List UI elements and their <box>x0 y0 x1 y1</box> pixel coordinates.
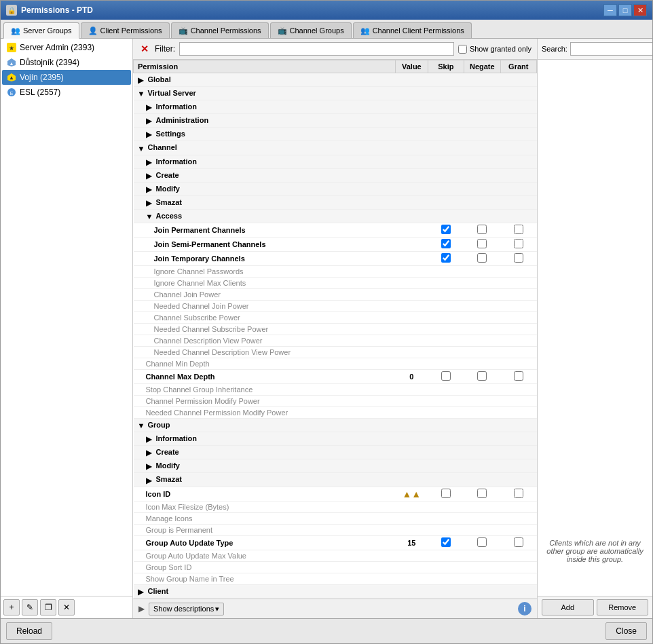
permission-negate[interactable] <box>464 252 500 266</box>
permission-negate[interactable] <box>464 535 500 550</box>
show-granted-checkbox[interactable] <box>458 45 467 54</box>
expand-icon[interactable]: ▶ <box>146 103 154 111</box>
permission-grant[interactable] <box>500 384 536 396</box>
permission-negate[interactable] <box>464 223 500 238</box>
filter-clear-button[interactable]: ✕ <box>138 43 151 55</box>
expand-icon[interactable]: ▶ <box>146 185 154 193</box>
expand-icon[interactable]: ▼ <box>138 90 146 98</box>
permission-skip[interactable] <box>428 550 464 561</box>
negate-checkbox[interactable] <box>477 537 487 547</box>
permission-skip[interactable] <box>428 561 464 573</box>
permission-negate[interactable] <box>464 278 500 289</box>
permission-negate[interactable] <box>464 384 500 396</box>
permission-negate[interactable] <box>464 407 500 419</box>
add-group-button[interactable]: + <box>3 599 20 615</box>
tab-channel-groups[interactable]: 📺 Channel Groups <box>270 22 352 38</box>
permission-grant[interactable] <box>500 573 536 584</box>
copy-group-button[interactable]: ❐ <box>40 599 56 615</box>
permission-negate[interactable] <box>464 289 500 301</box>
skip-checkbox[interactable] <box>441 239 451 248</box>
grant-checkbox[interactable] <box>514 371 523 381</box>
permission-grant[interactable] <box>500 252 536 266</box>
expand-icon[interactable]: ▶ <box>146 130 154 138</box>
tab-server-groups[interactable]: 👥 Server Groups <box>3 22 79 39</box>
permission-negate[interactable] <box>464 347 500 358</box>
sidebar-item-vojin[interactable]: ▲ Vojín (2395) <box>2 70 131 85</box>
permission-grant[interactable] <box>500 324 536 335</box>
expand-icon[interactable]: ▶ <box>138 76 146 84</box>
grant-checkbox[interactable] <box>514 253 523 263</box>
permission-negate[interactable] <box>464 573 500 584</box>
permission-negate[interactable] <box>464 512 500 524</box>
permission-grant[interactable] <box>500 301 536 312</box>
tab-channel-permissions[interactable]: 📺 Channel Permissions <box>171 22 269 38</box>
expand-icon[interactable]: ▼ <box>138 421 146 430</box>
negate-checkbox[interactable] <box>477 239 487 248</box>
permission-skip[interactable] <box>428 289 464 301</box>
permission-negate[interactable] <box>464 335 500 347</box>
expand-icon[interactable]: ▶ <box>146 158 154 166</box>
grant-checkbox[interactable] <box>514 537 523 547</box>
tab-channel-client-permissions[interactable]: 👥 Channel Client Permissions <box>353 22 472 38</box>
permission-grant[interactable] <box>500 278 536 289</box>
permission-grant[interactable] <box>500 358 536 370</box>
permission-grant[interactable] <box>500 289 536 301</box>
grant-checkbox[interactable] <box>514 239 523 248</box>
permission-grant[interactable] <box>500 223 536 238</box>
grant-checkbox[interactable] <box>514 489 523 498</box>
permission-grant[interactable] <box>500 266 536 278</box>
filter-input[interactable] <box>179 42 454 56</box>
search-input[interactable] <box>570 42 652 56</box>
sidebar-item-server-admin[interactable]: ★ Server Admin (2393) <box>2 40 131 55</box>
sidebar-item-esl[interactable]: E ESL (2557) <box>2 85 131 100</box>
permission-grant[interactable] <box>500 396 536 407</box>
permission-skip[interactable] <box>428 266 464 278</box>
permission-negate[interactable] <box>464 312 500 324</box>
permission-grant[interactable] <box>500 370 536 384</box>
permission-skip[interactable] <box>428 396 464 407</box>
expand-icon[interactable]: ▶ <box>146 462 154 470</box>
permission-negate[interactable] <box>464 238 500 252</box>
grant-checkbox[interactable] <box>514 225 523 234</box>
close-window-button[interactable]: ✕ <box>633 4 647 16</box>
permission-skip[interactable] <box>428 573 464 584</box>
expand-icon[interactable]: ▶ <box>146 476 154 485</box>
negate-checkbox[interactable] <box>477 371 487 381</box>
permission-negate[interactable] <box>464 550 500 561</box>
show-descriptions-button[interactable]: Show descriptions ▾ <box>149 603 224 615</box>
permission-skip[interactable] <box>428 501 464 512</box>
permission-skip[interactable] <box>428 335 464 347</box>
skip-checkbox[interactable] <box>441 253 451 263</box>
permission-negate[interactable] <box>464 487 500 501</box>
negate-checkbox[interactable] <box>477 489 487 498</box>
add-member-button[interactable]: Add <box>542 599 594 615</box>
permission-skip[interactable] <box>428 512 464 524</box>
permission-negate[interactable] <box>464 524 500 535</box>
expand-icon[interactable]: ▶ <box>146 172 154 180</box>
permission-grant[interactable] <box>500 487 536 501</box>
maximize-button[interactable]: □ <box>618 4 632 16</box>
expand-icon[interactable]: ▼ <box>138 145 146 153</box>
permission-skip[interactable] <box>428 347 464 358</box>
close-button[interactable]: Close <box>605 622 647 640</box>
delete-group-button[interactable]: ✕ <box>58 599 75 615</box>
permission-skip[interactable] <box>428 312 464 324</box>
permission-skip[interactable] <box>428 278 464 289</box>
skip-checkbox[interactable] <box>441 537 451 547</box>
sidebar-item-dustojnik[interactable]: ▲ Důstojník (2394) <box>2 55 131 70</box>
permission-grant[interactable] <box>500 535 536 550</box>
permission-skip[interactable] <box>428 301 464 312</box>
permission-grant[interactable] <box>500 550 536 561</box>
permission-skip[interactable] <box>428 223 464 238</box>
permission-grant[interactable] <box>500 312 536 324</box>
permission-negate[interactable] <box>464 561 500 573</box>
reload-button[interactable]: Reload <box>6 622 52 640</box>
permission-grant[interactable] <box>500 501 536 512</box>
permission-grant[interactable] <box>500 238 536 252</box>
permission-grant[interactable] <box>500 407 536 419</box>
permission-grant[interactable] <box>500 335 536 347</box>
permission-negate[interactable] <box>464 301 500 312</box>
expand-icon[interactable]: ▼ <box>146 212 154 221</box>
negate-checkbox[interactable] <box>477 253 487 263</box>
permission-skip[interactable] <box>428 238 464 252</box>
